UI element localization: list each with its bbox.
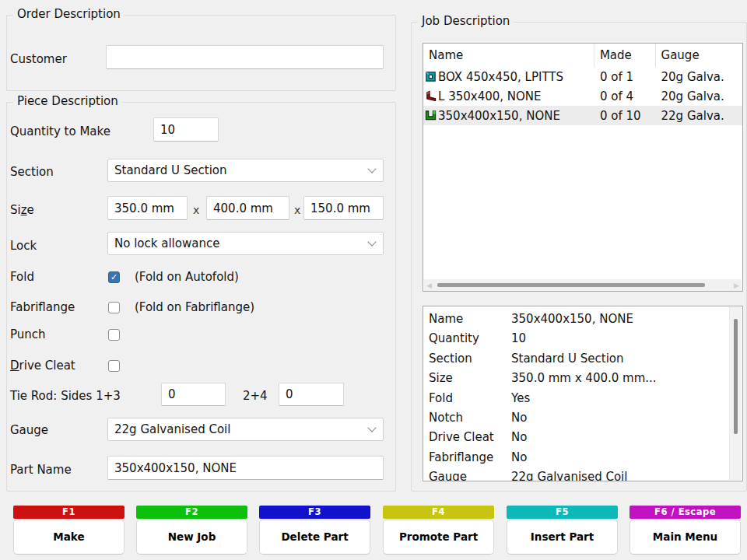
punch-checkbox[interactable] — [108, 329, 120, 341]
drive-cleat-label: Drive Cleat — [10, 359, 75, 373]
detail-row: FoldYes — [423, 389, 742, 408]
size-width-input[interactable] — [107, 196, 188, 220]
part-name-cell: L 350x400, NONE — [438, 89, 542, 103]
tie-rod-label: Tie Rod: Sides 1+3 — [10, 389, 121, 403]
detail-row: NotchNo — [423, 408, 742, 428]
section-label: Section — [10, 165, 54, 179]
delete-part-button[interactable]: Delete Part — [259, 520, 370, 555]
l-section-icon — [425, 90, 437, 102]
part-made-cell: 0 of 1 — [594, 70, 656, 84]
make-button[interactable]: Make — [13, 520, 124, 555]
tie-rod-2-4-label: 2+4 — [243, 389, 268, 403]
customer-label: Customer — [10, 52, 67, 66]
job-editor-screen: Order Description Customer Piece Descrip… — [0, 0, 747, 560]
vertical-scrollbar[interactable] — [729, 307, 742, 480]
vertical-scrollbar-thumb[interactable] — [734, 319, 738, 434]
customer-input[interactable] — [106, 45, 384, 69]
section-select-value: Standard U Section — [114, 163, 369, 177]
fkey-promote-part: F4 Promote Part — [383, 506, 494, 555]
insert-part-button[interactable]: Insert Part — [507, 520, 618, 555]
size-separator-2: x — [294, 204, 300, 216]
new-job-button[interactable]: New Job — [136, 520, 247, 555]
fold-label: Fold — [10, 270, 34, 284]
chevron-down-icon — [367, 237, 376, 246]
detail-row: Name350x400x150, NONE — [423, 310, 742, 329]
part-name-cell: BOX 450x450, LPITTS — [438, 70, 563, 84]
f6-escape-key-badge: F6 / Escape — [630, 506, 741, 519]
chevron-down-icon — [367, 164, 376, 173]
detail-row: SectionStandard U Section — [423, 349, 742, 369]
f2-key-badge: F2 — [136, 506, 247, 519]
part-gauge-cell: 22g Galva. — [656, 109, 742, 123]
size-label: Size — [10, 203, 34, 217]
table-row-selected[interactable]: 350x400x150, NONE 0 of 10 22g Galva. — [423, 106, 742, 125]
column-header-gauge[interactable]: Gauge — [656, 44, 742, 67]
horizontal-scrollbar[interactable]: ◀ ▶ — [424, 279, 742, 291]
quantity-label: Quantity to Make — [10, 124, 110, 138]
fabriflange-note: (Fold on Fabriflange) — [135, 300, 254, 314]
table-row[interactable]: L 350x400, NONE 0 of 4 20g Galva. — [423, 86, 742, 106]
column-header-made[interactable]: Made — [594, 44, 656, 67]
gauge-select-value: 22g Galvanised Coil — [114, 422, 369, 436]
drive-cleat-checkbox[interactable] — [108, 360, 120, 372]
part-name-cell: 350x400x150, NONE — [438, 109, 560, 123]
detail-row: Gauge22g Galvanised Coil — [423, 467, 742, 481]
section-select[interactable]: Standard U Section — [107, 159, 384, 182]
fkey-new-job: F2 New Job — [136, 506, 247, 555]
u-section-icon — [425, 110, 437, 121]
order-description-title: Order Description — [13, 7, 124, 21]
fkey-make: F1 Make — [13, 506, 124, 555]
fabriflange-checkbox[interactable] — [108, 302, 120, 313]
fkey-main-menu: F6 / Escape Main Menu — [630, 506, 741, 555]
table-row[interactable]: BOX 450x450, LPITTS 0 of 1 20g Galva. — [423, 67, 742, 86]
detail-row: Size350.0 mm x 400.0 mm... — [423, 369, 742, 388]
f1-key-badge: F1 — [13, 506, 124, 519]
f5-key-badge: F5 — [507, 506, 618, 519]
lock-select[interactable]: No lock allowance — [107, 232, 384, 255]
punch-label: Punch — [10, 327, 46, 341]
detail-row: Quantity10 — [423, 329, 742, 348]
f3-key-badge: F3 — [259, 506, 370, 519]
job-description-title: Job Description — [418, 14, 514, 28]
part-made-cell: 0 of 4 — [594, 89, 656, 103]
fkey-delete-part: F3 Delete Part — [259, 506, 370, 555]
lock-select-value: No lock allowance — [114, 236, 369, 250]
fabriflange-label: Fabriflange — [10, 300, 75, 314]
part-name-input[interactable] — [107, 456, 384, 480]
size-separator-1: x — [193, 204, 199, 216]
part-gauge-cell: 20g Galva. — [656, 70, 742, 84]
fold-checkbox[interactable]: ✓ — [108, 271, 120, 283]
tie-rod-2-4-input[interactable] — [279, 383, 344, 406]
scroll-left-icon[interactable]: ◀ — [426, 282, 432, 289]
horizontal-scrollbar-thumb[interactable] — [437, 283, 705, 287]
part-name-label: Part Name — [10, 463, 72, 477]
detail-row: FabriflangeNo — [423, 448, 742, 467]
gauge-select[interactable]: 22g Galvanised Coil — [107, 418, 384, 441]
f4-key-badge: F4 — [383, 506, 494, 519]
box-section-icon — [425, 71, 437, 82]
scroll-right-icon[interactable]: ▶ — [734, 282, 739, 289]
job-table-header: Name Made Gauge — [423, 44, 742, 67]
size-depth-input[interactable] — [303, 196, 384, 220]
quantity-input[interactable] — [153, 117, 219, 142]
part-details-panel: Name350x400x150, NONE Quantity10 Section… — [423, 306, 743, 481]
part-gauge-cell: 20g Galva. — [656, 89, 742, 103]
size-height-input[interactable] — [206, 196, 289, 220]
column-header-name[interactable]: Name — [423, 44, 594, 67]
job-parts-table: Name Made Gauge BOX 450x450, LPITTS 0 of… — [423, 43, 743, 292]
piece-description-title: Piece Description — [13, 94, 122, 108]
main-menu-button[interactable]: Main Menu — [630, 520, 741, 555]
fkey-insert-part: F5 Insert Part — [507, 506, 618, 555]
fold-note: (Fold on Autofold) — [135, 270, 239, 284]
chevron-down-icon — [367, 423, 376, 432]
part-made-cell: 0 of 10 — [594, 109, 656, 123]
gauge-label: Gauge — [10, 423, 48, 437]
promote-part-button[interactable]: Promote Part — [383, 520, 494, 555]
lock-label: Lock — [10, 239, 37, 253]
tie-rod-1-3-input[interactable] — [161, 383, 226, 406]
detail-row: Drive CleatNo — [423, 428, 742, 447]
